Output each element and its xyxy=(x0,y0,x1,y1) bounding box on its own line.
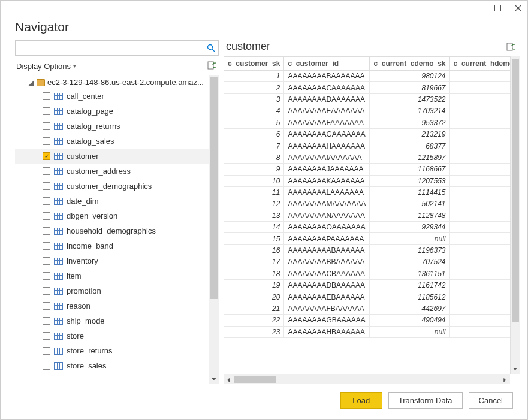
checkbox[interactable] xyxy=(43,107,50,115)
scroll-down-icon[interactable]: ⏷ xyxy=(209,374,219,384)
display-options-dropdown[interactable]: Display Options ▾ xyxy=(16,62,76,71)
cell: 4 xyxy=(224,105,284,117)
load-button[interactable]: Load xyxy=(340,392,382,409)
checkbox[interactable] xyxy=(43,362,50,370)
tree-item-dbgen_version[interactable]: dbgen_version xyxy=(15,209,209,223)
column-header[interactable]: c_current_cdemo_sk xyxy=(370,57,449,71)
tree-item-catalog_returns[interactable]: catalog_returns xyxy=(15,119,209,134)
table-row[interactable]: 4AAAAAAAAEAAAAAAA170321439 xyxy=(224,105,511,117)
checkbox[interactable] xyxy=(43,242,50,250)
table-row[interactable]: 6AAAAAAAAGAAAAAAA21321963 xyxy=(224,128,511,140)
scrollbar-thumb[interactable] xyxy=(234,376,276,383)
table-row[interactable]: 13AAAAAAAANAAAAAAA112874827 xyxy=(224,210,511,221)
cell: AAAAAAAAHBAAAAAA xyxy=(284,326,370,337)
checkbox[interactable] xyxy=(43,317,50,325)
tree-item-customer[interactable]: customer xyxy=(15,149,209,164)
cancel-button[interactable]: Cancel xyxy=(469,392,513,409)
scroll-down-icon[interactable]: ⏷ xyxy=(511,364,520,374)
table-row[interactable]: 23AAAAAAAAHBAAAAAAnull21 xyxy=(224,326,511,337)
checkbox[interactable] xyxy=(43,287,50,295)
table-row[interactable]: 3AAAAAAAADAAAAAAA147352262 xyxy=(224,93,511,105)
tree-item-store_sales[interactable]: store_sales xyxy=(15,358,209,373)
cell: AAAAAAAABAAAAAAA xyxy=(284,71,370,82)
checkbox[interactable] xyxy=(43,197,50,205)
tree-item-store[interactable]: store xyxy=(15,328,209,343)
table-row[interactable]: 12AAAAAAAAMAAAAAAA50214165 xyxy=(224,198,511,210)
checkbox[interactable] xyxy=(43,212,50,220)
search-icon[interactable] xyxy=(206,43,216,53)
tree-item-income_band[interactable]: income_band xyxy=(15,238,209,253)
tree-item-reason[interactable]: reason xyxy=(15,298,209,313)
table-row[interactable]: 21AAAAAAAAFBAAAAAA44269765 xyxy=(224,303,511,314)
table-row[interactable]: 16AAAAAAAAABAAAAAA119637330 xyxy=(224,244,511,256)
tree-item-inventory[interactable]: inventory xyxy=(15,253,209,268)
scroll-left-icon[interactable]: ⏴ xyxy=(224,374,234,384)
column-header[interactable]: c_customer_id xyxy=(284,57,370,71)
grid-horizontal-scrollbar[interactable]: ⏴ ⏵ xyxy=(224,374,510,384)
collapse-caret-icon[interactable]: ◢ xyxy=(28,78,34,87)
cell: AAAAAAAADBAAAAAA xyxy=(284,280,370,291)
tree-item-call_center[interactable]: call_center xyxy=(15,89,209,104)
tree-item-ship_mode[interactable]: ship_mode xyxy=(15,313,209,328)
table-row[interactable]: 15AAAAAAAAPAAAAAAAnull1 xyxy=(224,233,511,244)
scroll-right-icon[interactable]: ⏵ xyxy=(500,374,510,384)
table-row[interactable]: 5AAAAAAAAFAAAAAAA95337244 xyxy=(224,117,511,128)
cell: 39 xyxy=(449,105,510,117)
tree-item-customer_demographics[interactable]: customer_demographics xyxy=(15,179,209,194)
tree-item-store_returns[interactable]: store_returns xyxy=(15,343,209,358)
window-restore-button[interactable] xyxy=(493,3,502,13)
checkbox[interactable] xyxy=(43,302,50,310)
checkbox[interactable] xyxy=(43,167,50,175)
checkbox[interactable] xyxy=(43,332,50,340)
table-row[interactable]: 8AAAAAAAAIAAAAAAA121589724 xyxy=(224,152,511,163)
tree-vertical-scrollbar[interactable]: ⏶ ⏷ xyxy=(209,75,219,384)
scrollbar-thumb[interactable] xyxy=(210,77,218,299)
table-row[interactable]: 10AAAAAAAAKAAAAAAA120755351 xyxy=(224,175,511,186)
tree-item-label: reason xyxy=(67,301,90,310)
tree-root-node[interactable]: ◢ ec2-3-129-148-86.us-east-2.compute.ama… xyxy=(15,76,209,89)
table-row[interactable]: 9AAAAAAAAJAAAAAAA116866714 xyxy=(224,164,511,175)
tree-item-catalog_sales[interactable]: catalog_sales xyxy=(15,134,209,149)
table-row[interactable]: 7AAAAAAAAHAAAAAAA6837732 xyxy=(224,140,511,152)
checkbox[interactable] xyxy=(43,347,50,355)
search-box[interactable] xyxy=(15,40,219,56)
grid-vertical-scrollbar[interactable]: ⏶ ⏷ xyxy=(510,56,520,374)
cell: 1185612 xyxy=(370,291,449,303)
transform-data-button[interactable]: Transform Data xyxy=(388,392,463,409)
tree-item-customer_address[interactable]: customer_address xyxy=(15,164,209,179)
tree-item-item[interactable]: item xyxy=(15,268,209,283)
tree-item-promotion[interactable]: promotion xyxy=(15,283,209,298)
table-row[interactable]: 19AAAAAAAADBAAAAAA116174242 xyxy=(224,280,511,291)
table-row[interactable]: 11AAAAAAAALAAAAAAA111441568 xyxy=(224,186,511,198)
tree-item-household_demographics[interactable]: household_demographics xyxy=(15,223,209,238)
checkbox[interactable] xyxy=(43,92,50,100)
refresh-icon[interactable] xyxy=(207,61,218,71)
checkbox[interactable] xyxy=(43,152,50,160)
window-close-button[interactable] xyxy=(513,3,523,13)
column-header[interactable]: c_current_hdemo_sk xyxy=(449,57,510,71)
table-icon xyxy=(54,243,63,250)
search-input[interactable] xyxy=(18,44,206,53)
checkbox[interactable] xyxy=(43,227,50,235)
scrollbar-thumb[interactable] xyxy=(512,59,519,322)
checkbox[interactable] xyxy=(43,122,50,130)
checkbox[interactable] xyxy=(43,272,50,280)
tree-item-date_dim[interactable]: date_dim xyxy=(15,194,209,209)
column-header[interactable]: c_customer_sk xyxy=(224,57,284,71)
checkbox[interactable] xyxy=(43,257,50,265)
table-icon xyxy=(54,108,63,115)
table-row[interactable]: 17AAAAAAAABBAAAAAA70752438 xyxy=(224,256,511,268)
tree-item-catalog_page[interactable]: catalog_page xyxy=(15,104,209,119)
cell: 1703214 xyxy=(370,105,449,117)
table-row[interactable]: 1AAAAAAAABAAAAAAA98012471 xyxy=(224,71,511,82)
table-row[interactable]: 14AAAAAAAAOAAAAAAA9293448 xyxy=(224,222,511,233)
table-row[interactable]: 2AAAAAAAACAAAAAAA81966714 xyxy=(224,82,511,93)
table-row[interactable]: 20AAAAAAAAEBAAAAAA1185612 xyxy=(224,291,511,303)
table-row[interactable]: 22AAAAAAAAGBAAAAAA49049445 xyxy=(224,315,511,326)
checkbox[interactable] xyxy=(43,182,50,190)
checkbox[interactable] xyxy=(43,137,50,145)
preview-refresh-icon[interactable] xyxy=(506,42,517,53)
cell: 17 xyxy=(224,256,284,268)
table-row[interactable]: 18AAAAAAAACBAAAAAA136115165 xyxy=(224,268,511,279)
table-icon xyxy=(54,273,63,280)
